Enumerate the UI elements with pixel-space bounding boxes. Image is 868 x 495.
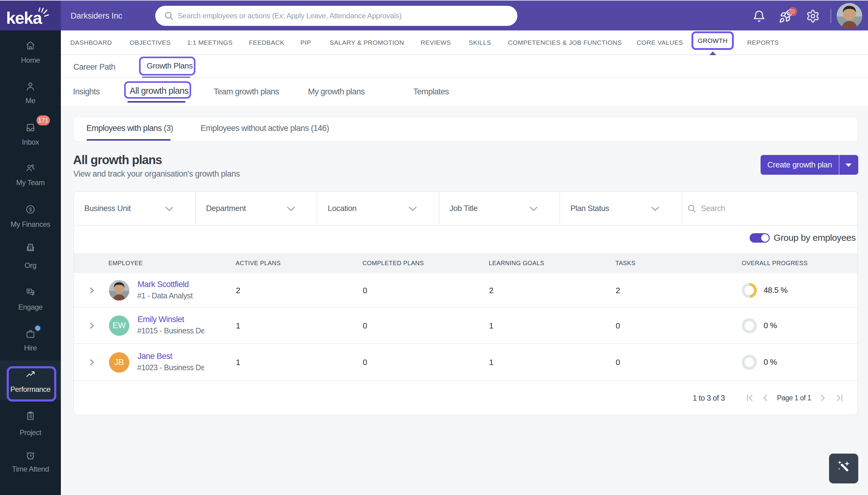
svg-text:$: $ (29, 207, 32, 212)
svg-text:keka: keka (6, 8, 42, 28)
